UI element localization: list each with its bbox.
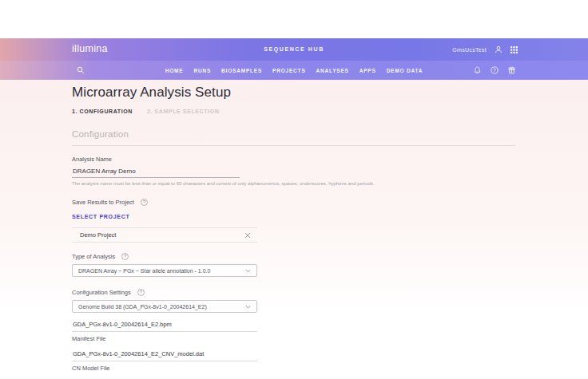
nav-item-runs[interactable]: RUNS: [193, 68, 211, 73]
username[interactable]: GmsUcsTest: [452, 47, 487, 53]
gift-icon[interactable]: [508, 66, 515, 74]
close-icon[interactable]: [244, 232, 251, 239]
analysis-name-label: Analysis Name: [72, 156, 515, 163]
project-label: Save Results to Project: [72, 199, 515, 206]
project-label-text: Save Results to Project: [72, 199, 134, 206]
type-of-analysis-value: DRAGEN Array ~ PGx ~ Star allele annotat…: [78, 268, 210, 274]
selected-project-value: Demo Project: [80, 231, 116, 239]
main-nav-bar: HOME RUNS BIOSAMPLES PROJECTS ANALYSES A…: [0, 61, 588, 80]
type-of-analysis-label: Type of Analysis: [72, 253, 515, 260]
configuration-settings-help-icon[interactable]: [137, 289, 145, 296]
cn-model-file-value: GDA_PGx-8v1-0_20042614_E2_CNV_model.dat: [72, 350, 257, 361]
nav-item-home[interactable]: HOME: [165, 68, 184, 73]
top-brand-bar: illumina SEQUENCE HUB GmsUcsTest: [0, 38, 588, 61]
select-project-link[interactable]: SELECT PROJECT: [72, 214, 129, 219]
nav-item-biosamples[interactable]: BIOSAMPLES: [221, 68, 262, 73]
analysis-name-helper: The analysis name must be less than or e…: [72, 181, 515, 186]
configuration-settings-select[interactable]: Genome Build 38 (GDA_PGx-8v1-0_20042614_…: [72, 300, 257, 313]
configuration-settings-value: Genome Build 38 (GDA_PGx-8v1-0_20042614_…: [78, 304, 207, 310]
manifest-file-value: GDA_PGx-8v1-0_20042614_E2.bpm: [72, 321, 257, 332]
step-sample-selection[interactable]: 2. SAMPLE SELECTION: [147, 109, 219, 114]
nav-item-projects[interactable]: PROJECTS: [272, 68, 305, 73]
type-of-analysis-label-text: Type of Analysis: [72, 253, 115, 260]
configuration-settings-label: Configuration Settings: [72, 289, 515, 296]
section-heading-configuration: Configuration: [72, 129, 515, 146]
apps-grid-icon[interactable]: [511, 46, 518, 53]
help-icon[interactable]: ?: [491, 66, 499, 74]
step-configuration[interactable]: 1. CONFIGURATION: [72, 109, 133, 114]
nav-item-demo-data[interactable]: DEMO DATA: [387, 68, 423, 73]
setup-steps: 1. CONFIGURATION 2. SAMPLE SELECTION: [72, 109, 515, 114]
project-help-icon[interactable]: [141, 199, 148, 206]
nav-item-analyses[interactable]: ANALYSES: [316, 68, 349, 73]
selected-project-row: Demo Project: [72, 227, 257, 243]
manifest-file-label: Manifest File: [72, 335, 515, 342]
page-title: Microarray Analysis Setup: [72, 85, 515, 101]
analysis-name-input[interactable]: [72, 166, 240, 178]
bell-icon[interactable]: [474, 66, 481, 74]
configuration-settings-label-text: Configuration Settings: [72, 289, 131, 296]
chevron-down-icon: [245, 305, 251, 309]
nav-item-apps[interactable]: APPS: [360, 68, 376, 73]
svg-text:?: ?: [493, 68, 495, 73]
type-of-analysis-select[interactable]: DRAGEN Array ~ PGx ~ Star allele annotat…: [72, 264, 257, 277]
type-of-analysis-help-icon[interactable]: [121, 253, 129, 260]
person-icon[interactable]: [495, 45, 503, 53]
chevron-down-icon: [245, 269, 251, 273]
cn-model-file-label: CN Model File: [72, 365, 515, 372]
main-content: Microarray Analysis Setup 1. CONFIGURATI…: [72, 85, 515, 372]
analysis-name-label-text: Analysis Name: [72, 156, 112, 163]
